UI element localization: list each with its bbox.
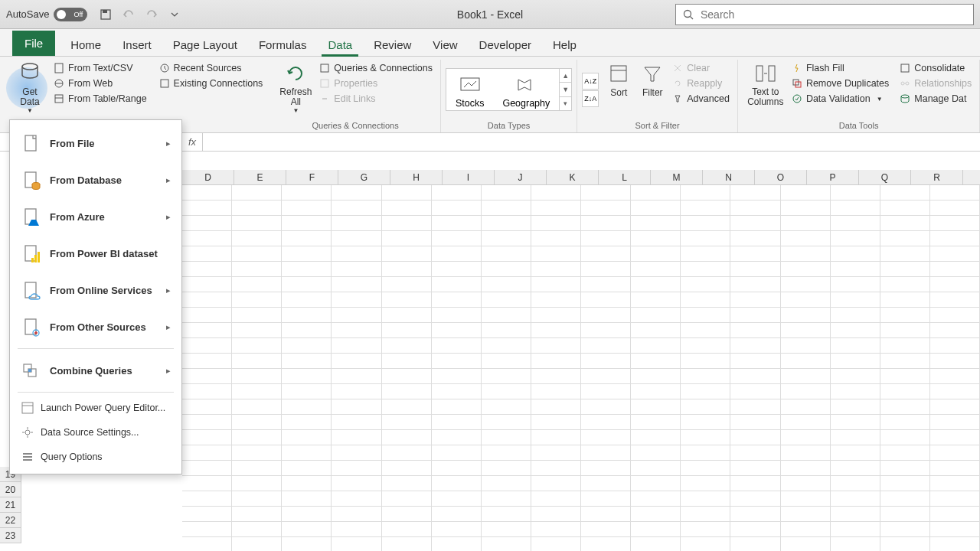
tab-data[interactable]: Data [317, 32, 363, 56]
cell[interactable] [382, 338, 432, 354]
combine-queries-item[interactable]: Combine Queries ▸ [10, 352, 181, 389]
cell[interactable] [182, 522, 232, 537]
cell[interactable] [432, 415, 482, 430]
cell[interactable] [182, 262, 232, 277]
cell[interactable] [730, 292, 780, 308]
cell[interactable] [531, 491, 581, 507]
cell[interactable] [232, 430, 282, 445]
cell[interactable] [182, 323, 232, 338]
cell[interactable] [880, 323, 930, 338]
cell[interactable] [232, 399, 282, 415]
cell[interactable] [631, 323, 681, 338]
cell[interactable] [831, 461, 880, 476]
refresh-all-button[interactable]: Refresh All ▼ [275, 60, 316, 119]
cell[interactable] [930, 323, 980, 338]
cell[interactable] [232, 277, 282, 292]
cell[interactable] [382, 491, 432, 507]
cell[interactable] [182, 277, 232, 292]
cell[interactable] [482, 476, 531, 491]
cell[interactable] [681, 185, 730, 201]
cell[interactable] [781, 308, 831, 323]
cell[interactable] [581, 491, 631, 507]
qat-customize-icon[interactable] [167, 7, 182, 22]
from-web-button[interactable]: From Web [51, 77, 150, 90]
queries-connections-button[interactable]: Queries & Connections [316, 61, 436, 75]
cell[interactable] [432, 277, 482, 292]
cell[interactable] [781, 354, 831, 369]
cell[interactable] [781, 445, 831, 461]
cell[interactable] [930, 277, 980, 292]
cell[interactable] [282, 246, 332, 262]
cell[interactable] [730, 415, 780, 430]
cell[interactable] [631, 415, 681, 430]
cell[interactable] [332, 476, 381, 491]
cell[interactable] [581, 246, 631, 262]
cell[interactable] [581, 277, 631, 292]
sort-asc-button[interactable]: A↓Z [582, 73, 599, 90]
cell[interactable] [332, 399, 381, 415]
cell[interactable] [432, 231, 482, 246]
tab-home[interactable]: Home [60, 32, 112, 56]
cell[interactable] [232, 445, 282, 461]
cell[interactable] [631, 338, 681, 354]
column-header[interactable]: H [390, 170, 443, 184]
cell[interactable] [382, 537, 432, 551]
cell[interactable] [880, 507, 930, 522]
cell[interactable] [781, 430, 831, 445]
cell[interactable] [182, 246, 232, 262]
cell[interactable] [432, 491, 482, 507]
cell[interactable] [482, 185, 531, 201]
cell[interactable] [531, 277, 581, 292]
cell[interactable] [482, 445, 531, 461]
cell[interactable] [332, 216, 381, 231]
cell[interactable] [432, 461, 482, 476]
cell[interactable] [930, 308, 980, 323]
cell[interactable] [232, 491, 282, 507]
cell[interactable] [681, 231, 730, 246]
cell[interactable] [182, 491, 232, 507]
cell[interactable] [531, 430, 581, 445]
cell[interactable] [432, 445, 482, 461]
scroll-up-icon[interactable]: ▲ [560, 69, 571, 83]
cell[interactable] [781, 201, 831, 216]
cell[interactable] [781, 185, 831, 201]
cell[interactable] [681, 216, 730, 231]
cell[interactable] [730, 491, 780, 507]
stocks-button[interactable]: Stocks [446, 69, 494, 110]
cell[interactable] [730, 338, 780, 354]
existing-connections-button[interactable]: Existing Connections [156, 77, 266, 90]
cell[interactable] [432, 338, 482, 354]
cell[interactable] [730, 399, 780, 415]
cell[interactable] [382, 246, 432, 262]
row-header[interactable]: 21 [0, 497, 21, 513]
cell[interactable] [781, 369, 831, 384]
cell[interactable] [282, 491, 332, 507]
sort-desc-button[interactable]: Z↓A [582, 90, 599, 107]
cell[interactable] [631, 308, 681, 323]
cell[interactable] [930, 461, 980, 476]
cell[interactable] [282, 476, 332, 491]
cell[interactable] [880, 491, 930, 507]
cell[interactable] [531, 445, 581, 461]
cell[interactable] [930, 522, 980, 537]
cell[interactable] [631, 354, 681, 369]
cell[interactable] [631, 369, 681, 384]
cell[interactable] [581, 201, 631, 216]
column-header[interactable]: D [182, 170, 234, 184]
cell[interactable] [332, 308, 381, 323]
cell[interactable] [681, 369, 730, 384]
cell[interactable] [730, 246, 780, 262]
cell[interactable] [831, 399, 880, 415]
cell[interactable] [880, 231, 930, 246]
cell[interactable] [382, 323, 432, 338]
cell[interactable] [232, 522, 282, 537]
cell[interactable] [781, 537, 831, 551]
cell[interactable] [631, 461, 681, 476]
cell[interactable] [581, 262, 631, 277]
cell[interactable] [880, 338, 930, 354]
cell[interactable] [681, 399, 730, 415]
cell[interactable] [232, 507, 282, 522]
cell[interactable] [482, 231, 531, 246]
cell[interactable] [382, 415, 432, 430]
cell[interactable] [382, 354, 432, 369]
